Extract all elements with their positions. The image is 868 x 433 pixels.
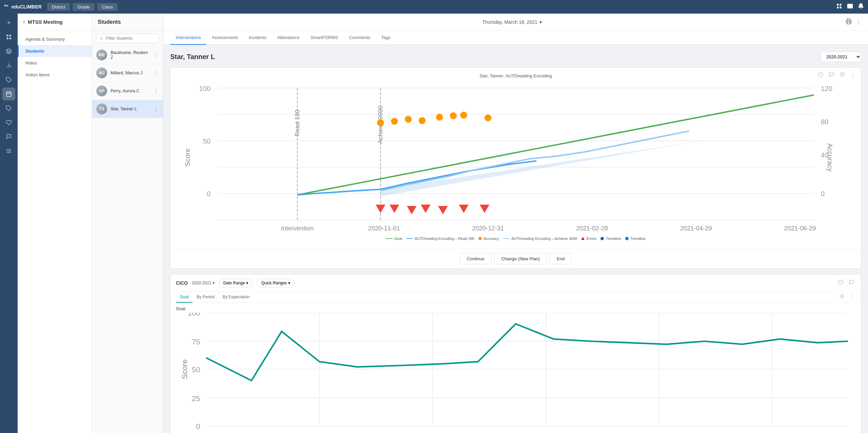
svg-rect-1 xyxy=(6,5,7,6)
svg-rect-10 xyxy=(6,38,8,39)
cico-tab-by-expectation[interactable]: By Expectation xyxy=(218,292,254,303)
cico-tab-goal[interactable]: Goal xyxy=(176,292,193,303)
student-detail-header: Star, Tanner L 2020-2021 2019-2020 2018-… xyxy=(170,52,861,62)
svg-text:Intervention: Intervention xyxy=(281,225,314,232)
svg-text:2021-04-29: 2021-04-29 xyxy=(680,225,712,232)
student-name-0: Baudouine, Reuben Z xyxy=(111,50,150,60)
svg-point-52 xyxy=(377,119,384,126)
date-text: Thursday, March 18, 2021 xyxy=(482,19,537,25)
cico-tab-by-period[interactable]: By Period xyxy=(193,292,218,303)
annotation-icon-button[interactable] xyxy=(816,71,825,79)
more-icon-button[interactable]: ⋮ xyxy=(856,19,861,25)
svg-point-55 xyxy=(419,117,426,124)
search-input[interactable] xyxy=(96,34,159,43)
svg-point-29 xyxy=(842,74,843,75)
svg-rect-2 xyxy=(7,5,8,6)
bell-icon-button[interactable] xyxy=(858,3,864,11)
avatar-2: AP xyxy=(96,86,107,96)
grid-icon-button[interactable] xyxy=(836,3,842,11)
print-icon-button[interactable] xyxy=(846,18,852,26)
end-button[interactable]: End xyxy=(550,253,572,264)
cico-card-actions xyxy=(836,279,855,287)
meeting-title: MTSS Meeting xyxy=(28,19,63,25)
top-nav: eduCLIMBER District Grade Class xyxy=(0,0,868,14)
student-item-3[interactable]: TS Star, Tanner L ⋮ xyxy=(92,100,163,118)
list-icon-button[interactable] xyxy=(2,145,15,157)
mail-icon-button[interactable] xyxy=(847,3,853,11)
chart-icon-button[interactable] xyxy=(2,59,15,72)
svg-text:0: 0 xyxy=(207,190,211,197)
nav-notes[interactable]: Notes xyxy=(18,57,92,69)
cico-pin-button[interactable] xyxy=(838,293,846,301)
intervention-svg-chart: 100 50 0 120 80 40 0 Score xyxy=(176,81,855,234)
avatar-1: MJ xyxy=(96,68,107,78)
student-item-1[interactable]: MJ Millard, Marcus J ⋮ xyxy=(92,64,163,82)
legend-accuracy-dot xyxy=(478,237,482,240)
tab-tags[interactable]: Tags xyxy=(376,31,396,45)
student-more-3[interactable]: ⋮ xyxy=(154,106,159,112)
cico-tabs: Goal By Period By Expectation ⋮ xyxy=(171,292,861,303)
tag-icon-button[interactable] xyxy=(2,102,15,115)
tab-comments[interactable]: Comments xyxy=(343,31,376,45)
svg-rect-11 xyxy=(9,38,11,39)
date-selector[interactable]: Thursday, March 18, 2021 ▾ xyxy=(482,19,541,25)
legend-achieve3000-line xyxy=(503,238,510,239)
avatar-3: TS xyxy=(96,103,107,114)
nav-students[interactable]: Students xyxy=(18,45,92,57)
cico-year-badge[interactable]: 2020-2021 ▾ xyxy=(192,281,215,285)
back-button[interactable]: ‹ xyxy=(23,18,25,25)
date-range-label: Date Range xyxy=(223,281,245,285)
tab-incidents[interactable]: Incidents xyxy=(243,31,272,45)
student-more-0[interactable]: ⋮ xyxy=(154,52,159,58)
dashboard-icon-button[interactable] xyxy=(2,31,15,43)
svg-point-76 xyxy=(841,296,843,297)
svg-rect-3 xyxy=(837,4,839,5)
comment-icon-button[interactable] xyxy=(827,71,835,79)
tab-interventions[interactable]: Interventions xyxy=(170,31,206,45)
cico-card: CICO 2020-2021 ▾ Date Range ▾ Quick Rang… xyxy=(170,274,861,433)
legend-accuracy-label: Accuracy xyxy=(484,237,499,241)
continue-button[interactable]: Continue xyxy=(460,253,492,264)
year-select[interactable]: 2020-2021 2019-2020 2018-2019 xyxy=(821,52,861,62)
date-range-button[interactable]: Date Range ▾ xyxy=(219,279,253,287)
grade-button[interactable]: Grade xyxy=(73,3,94,11)
svg-text:2021-02-28: 2021-02-28 xyxy=(576,225,608,232)
flag-icon-button[interactable] xyxy=(2,130,15,143)
date-range-arrow: ▾ xyxy=(246,281,248,285)
student-more-1[interactable]: ⋮ xyxy=(154,70,159,76)
tabs-bar: Interventions Assessments Incidents Atte… xyxy=(163,31,868,45)
svg-text:0: 0 xyxy=(196,422,200,431)
cico-comment-button[interactable] xyxy=(847,279,855,287)
heart-icon-button[interactable] xyxy=(2,116,15,129)
tab-smartforms[interactable]: SmartFORMS xyxy=(305,31,344,45)
puzzle-icon-button[interactable] xyxy=(2,73,15,86)
svg-text:50: 50 xyxy=(203,137,211,145)
pin-icon-button[interactable] xyxy=(838,71,846,79)
date-header-right: ⋮ xyxy=(846,18,861,26)
calendar-icon-button[interactable] xyxy=(2,88,15,100)
tab-assessments[interactable]: Assessments xyxy=(206,31,243,45)
quick-ranges-button[interactable]: Quick Ranges ▾ xyxy=(257,279,294,287)
nav-action-items[interactable]: Action Items xyxy=(18,69,92,81)
svg-text:Score: Score xyxy=(183,148,191,166)
student-detail: Star, Tanner L 2020-2021 2019-2020 2018-… xyxy=(163,45,868,433)
chart-legend: Goal AUTOreading Encoding – Read 180 Acc… xyxy=(176,234,855,243)
change-plan-button[interactable]: Change (New Plan) xyxy=(494,253,547,264)
district-button[interactable]: District xyxy=(47,3,70,11)
meeting-nav: Agenda & Summary Students Notes Action I… xyxy=(18,31,92,83)
student-more-2[interactable]: ⋮ xyxy=(154,88,159,94)
student-item-0[interactable]: RB Baudouine, Reuben Z ⋮ xyxy=(92,46,163,64)
more-chart-icon-button[interactable]: ⋮ xyxy=(849,72,857,79)
svg-rect-4 xyxy=(840,4,842,5)
plus-icon-button[interactable]: + xyxy=(2,16,15,29)
cico-annotation-button[interactable] xyxy=(836,279,845,287)
cube-icon-button[interactable] xyxy=(2,45,15,58)
student-list: RB Baudouine, Reuben Z ⋮ MJ Millard, Mar… xyxy=(92,46,163,433)
cico-more-button[interactable]: ⋮ xyxy=(848,293,855,301)
student-item-2[interactable]: AP Perry, Aurora C ⋮ xyxy=(92,82,163,100)
meeting-header: ‹ MTSS Meeting xyxy=(18,14,92,31)
class-button[interactable]: Class xyxy=(97,3,118,11)
tab-attendance[interactable]: Attendance xyxy=(272,31,305,45)
top-nav-right xyxy=(836,3,864,11)
nav-agenda[interactable]: Agenda & Summary xyxy=(18,33,92,45)
